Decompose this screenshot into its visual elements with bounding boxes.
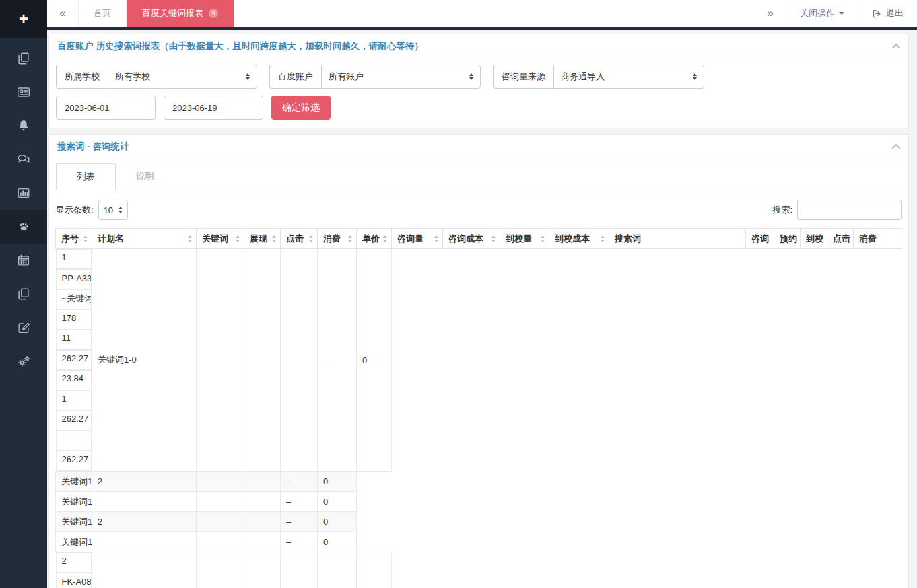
select-arrows-icon: [246, 73, 250, 80]
column-header[interactable]: 单价: [357, 229, 392, 249]
cell-seq: 1: [56, 249, 92, 269]
sidebar-logo[interactable]: +: [0, 0, 47, 38]
sidebar-item-baidu[interactable]: [0, 210, 47, 244]
close-icon[interactable]: ✕: [209, 9, 218, 18]
cell-searchword-arrive: [244, 492, 281, 512]
sidebar-item-notifications[interactable]: [0, 109, 47, 143]
collapse-chevron-icon[interactable]: [892, 143, 901, 152]
report-body: 显示条数: 10 搜索: 序号计划名关键词展现点击消费单价咨询量咨询成本到校量到…: [49, 190, 908, 588]
column-header[interactable]: 序号: [56, 229, 92, 249]
tabs-scroll-right-button[interactable]: »: [755, 0, 786, 27]
cell-searchword-reserve: [244, 249, 281, 472]
sidebar-item-edit[interactable]: [0, 311, 47, 344]
sidebar-nav: [0, 38, 47, 378]
filter-panel: 百度账户 历史搜索词报表（由于数据量大，且时间跨度越大，加载时间越久，请耐心等待…: [48, 34, 909, 128]
date-from-input[interactable]: [56, 96, 156, 120]
column-header[interactable]: 计划名: [92, 229, 197, 249]
sidebar-item-reports[interactable]: [0, 176, 47, 210]
report-panel: 搜索词 - 咨询统计 列表 说明 显示条数: 10: [48, 134, 909, 588]
date-to-input[interactable]: [164, 96, 263, 120]
column-header-label: 咨询: [751, 233, 769, 244]
cell-searchword-click: –: [281, 512, 318, 532]
source-filter-label: 咨询量来源: [493, 65, 553, 89]
cell-searchword-cost: 0: [318, 512, 357, 532]
cell-searchword-click: –: [318, 552, 357, 588]
cell-searchword-cost: 0: [318, 472, 357, 492]
column-header[interactable]: 展现: [244, 229, 281, 249]
cell-searchword-word: 关键词2-2: [92, 552, 197, 588]
cell-searchword-consult: [197, 249, 244, 472]
cell-searchword-click: –: [281, 492, 318, 512]
tab-baidu-keyword-report[interactable]: 百度关键词报表 ✕: [127, 0, 234, 27]
id-card-icon: [16, 85, 31, 100]
cell-searchword-click: –: [281, 532, 318, 552]
sidebar-item-id-card[interactable]: [0, 75, 47, 109]
column-header-label: 到校: [806, 233, 823, 244]
cell-searchword-cost: 0: [357, 552, 392, 588]
school-filter-select[interactable]: 所有学校: [108, 65, 257, 89]
cell-keyword: ~关键词1: [56, 289, 92, 309]
table-row: 关键词1-4–0: [56, 532, 902, 552]
cell-searchword-consult: 2: [92, 512, 197, 532]
close-actions-dropdown[interactable]: 关闭操作: [786, 0, 858, 27]
cell-arrival_cost: 262.27: [56, 451, 92, 471]
column-header-label: 咨询量: [397, 233, 423, 244]
tabs-scroll-left-button[interactable]: «: [47, 0, 78, 27]
sidebar-item-settings[interactable]: [0, 344, 47, 378]
column-header[interactable]: 点击: [281, 229, 318, 249]
sort-icon: [272, 235, 276, 242]
table-row: 关键词1-2–0: [56, 492, 902, 512]
source-filter-select[interactable]: 商务通导入: [553, 65, 704, 89]
column-header[interactable]: 消费: [318, 229, 357, 249]
tab-home[interactable]: 首页: [78, 0, 127, 27]
copy-icon: [16, 51, 31, 66]
sign-out-icon: [872, 9, 882, 19]
tab-strip: « 首页 百度关键词报表 ✕: [47, 0, 234, 27]
cell-searchword-word: 关键词1-3: [56, 512, 92, 532]
column-header[interactable]: 关键词: [197, 229, 244, 249]
cell-plan: PP-A33-纯品牌-CPP: [56, 269, 92, 289]
column-header[interactable]: 到校成本: [549, 229, 609, 249]
tab-report-label: 百度关键词报表: [142, 7, 203, 20]
sort-icon: [188, 235, 192, 242]
cell-arrivals: [56, 431, 92, 451]
table-row: 1PP-A33-纯品牌-CPP~关键词117811262.2723.841262…: [56, 249, 902, 472]
collapse-chevron-icon[interactable]: [892, 43, 901, 52]
cell-searchword-arrive: [281, 552, 318, 588]
tab-list[interactable]: 列表: [56, 163, 116, 190]
sidebar-item-documents[interactable]: [0, 42, 47, 75]
sidebar: +: [0, 0, 47, 588]
search-label: 搜索:: [772, 204, 792, 216]
logout-button[interactable]: 退出: [858, 0, 917, 27]
main-area: « 首页 百度关键词报表 ✕ » 关闭操作: [47, 0, 917, 588]
column-header-label: 搜索词: [615, 233, 641, 244]
school-filter-label: 所属学校: [56, 65, 108, 89]
cell-searchword-consult: [92, 492, 197, 512]
cell-cost: 262.27: [56, 350, 92, 370]
topbar-actions: » 关闭操作 退出: [755, 0, 917, 27]
column-header: 到校: [801, 229, 827, 249]
column-header[interactable]: 到校量: [500, 229, 549, 249]
cell-inquiries: 1: [56, 390, 92, 410]
app-root: +: [0, 0, 917, 588]
filter-panel-title: 百度账户 历史搜索词报表（由于数据量大，且时间跨度越大，加载时间越久，请耐心等待…: [57, 40, 423, 52]
sidebar-item-files[interactable]: [0, 277, 47, 311]
sidebar-item-messages[interactable]: [0, 143, 47, 176]
table-row: 关键词1-32–0: [56, 512, 902, 532]
tab-home-label: 首页: [94, 7, 111, 20]
search-control: 搜索:: [772, 200, 902, 220]
select-arrows-icon: [693, 73, 697, 80]
column-header[interactable]: 咨询成本: [443, 229, 500, 249]
sidebar-item-calendar[interactable]: [0, 244, 47, 277]
sort-icon: [83, 235, 88, 242]
account-filter-select[interactable]: 所有账户: [321, 65, 481, 89]
column-header-label: 计划名: [98, 233, 124, 244]
tab-help[interactable]: 说明: [116, 163, 174, 190]
page-size-select[interactable]: 10: [98, 200, 128, 220]
cell-searchword-word: 关键词1-0: [92, 249, 197, 472]
bell-icon: [16, 118, 31, 133]
filter-submit-button[interactable]: 确定筛选: [271, 96, 331, 120]
column-header[interactable]: 咨询量: [392, 229, 443, 249]
table-search-input[interactable]: [797, 200, 902, 220]
column-header-label: 点击: [833, 233, 850, 244]
